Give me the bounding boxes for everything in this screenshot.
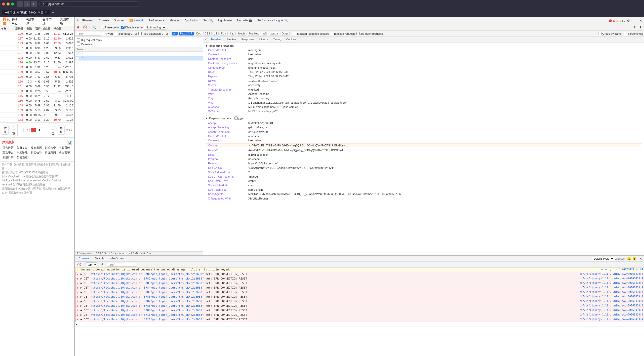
nav-a-shares[interactable]: A股市场 [24,17,36,26]
error-link-1[interactable]: https://localhost.10jqka.com.cn:8781/get… [91,272,204,276]
prev-page-button[interactable]: 上一页 [10,124,18,136]
error-link-4[interactable]: https://localhost.10jqka.com.cn:8784/get… [91,286,204,289]
screenshots-input[interactable] [624,32,627,35]
filter-js-button[interactable]: JS [213,32,219,35]
error-source-8[interactable]: cb7/js/zjquery-1.11....min.js&v=20160419… [579,304,643,307]
maximize-traffic-light[interactable] [11,3,14,6]
active-tab[interactable]: A股市场_同花顺行情中心_周三 ✕ [2,10,50,15]
tab-initiator[interactable]: Initiator [256,37,270,42]
devtools-more-button[interactable]: ⋮ [632,18,637,23]
tab-timing[interactable]: Timing [270,37,284,42]
tab-memory[interactable]: Memory [167,17,182,24]
filter-fetch-xhr-button[interactable]: Fetch/XHR [179,32,194,35]
page-3-button[interactable]: 3 [31,128,36,132]
table-row[interactable]: 0.990.003.570.5710.868062.07 [0,70,74,74]
3rd-party-checkbox[interactable]: 3rd-party requests [356,32,383,35]
tab-elements[interactable]: Elements [80,17,96,24]
3rd-party-input[interactable] [356,32,360,35]
link-daily-review[interactable]: 每日复盘 [15,145,29,150]
tab-performance[interactable]: Performance [146,17,167,24]
filter-manifest-button[interactable]: Manifest [248,32,260,35]
filter-img-button[interactable]: Img [229,32,236,35]
filter-font-button[interactable]: Font [220,32,228,35]
tab-console[interactable]: Console [96,17,111,24]
tab-sources[interactable]: Sources [111,17,127,24]
disable-cache-checkbox[interactable]: Disable cache [121,26,143,29]
devtools-settings-button[interactable]: ⚙ [626,18,631,23]
tab-security[interactable]: Security [200,17,216,24]
import-button[interactable]: ⬆ [632,25,637,30]
link-buy-sell[interactable]: 买卖信号 [29,150,43,155]
error-source-2[interactable]: cb7/js/zjquery-1.11....min.js&v=20160419… [579,277,643,280]
overview-option[interactable]: Overview [77,42,201,46]
error-source-9[interactable]: cb7/js/zjquery-1.11....min.js&v=20160419… [579,309,643,311]
table-row[interactable]: 1.000.007.472.536.338.70Z [0,74,74,79]
request-headers-arrow[interactable]: ▼ [205,117,208,120]
preserve-log-input[interactable] [101,26,104,29]
invert-input[interactable] [102,32,105,35]
console-filter-input[interactable] [107,263,137,267]
hide-data-urls-checkbox[interactable]: Hide data URLs [114,32,138,35]
reload-button[interactable]: ↻ [31,1,37,7]
filter-doc-button[interactable]: Doc [195,32,203,35]
filter-ws-button[interactable]: WS [261,32,268,35]
console-tab[interactable]: Console [76,256,92,261]
record-button[interactable]: ⏺ [76,25,81,30]
blocked-requests-checkbox[interactable]: Blocked requests [330,32,355,35]
eye-icon-button[interactable]: 👁 [100,262,106,267]
console-close-button[interactable]: ✕ [638,256,643,261]
filter-other-button[interactable]: Other [280,32,290,35]
error-source-10[interactable]: cb7/js/zjquery-1.11....min.js&v=20160419… [579,313,643,316]
blocked-requests-input[interactable] [330,32,333,35]
error-source-3[interactable]: cb7/js/zjquery-1.11....min.js&v=20160419… [579,282,643,284]
close-traffic-light[interactable] [2,3,5,6]
link-finance[interactable]: 财经大全 [43,145,57,150]
first-page-button[interactable]: 首页 [2,126,9,135]
request-item-2[interactable]: 📄 1/ [75,56,203,61]
table-row[interactable]: 1.160.000.240.17—2454.5 [0,94,74,98]
filter-css-button[interactable]: CSS [203,32,212,35]
page-2-button[interactable]: 2 [25,128,30,132]
console-context-select[interactable]: top [86,262,97,267]
table-row[interactable]: 0.170.0011.621.1012.501.62Z [0,36,74,41]
error-link-3[interactable]: https://localhost.10jqka.com.cn:8783/get… [91,282,204,285]
error-link-9[interactable]: https://localhost.10jqka.com.cn:8789/get… [91,309,204,312]
tab-perf-insights[interactable]: Performance insights 🔍 [255,17,290,24]
forward-button[interactable]: › [24,1,30,7]
address-bar[interactable]: q.10jqka.com.cn [39,1,140,7]
table-row[interactable]: 1.76-0.1013.021.1511.602.99Z [0,60,74,65]
link-half-must-read[interactable]: 半数必读 [57,145,71,150]
throttling-select[interactable]: No throttling [144,25,166,30]
error-source-6[interactable]: cb7/js/zjquery-1.11....min.js&v=20160419… [579,295,643,298]
page-1-button[interactable]: 1 [19,128,24,132]
big-request-rows-input[interactable] [77,38,80,42]
page-4-button[interactable]: 4 [37,128,42,132]
console-level-select[interactable]: Default levels [592,257,614,261]
filter-wasm-button[interactable]: Wasm [269,32,279,35]
screenshots-checkbox[interactable]: Screenshots [624,32,643,35]
filter-input[interactable] [76,32,101,36]
filter-media-button[interactable]: Media [237,32,247,35]
error-link-5[interactable]: https://localhost.10jqka.com.cn:8785/get… [91,291,204,294]
big-request-rows-option[interactable]: Big request rows [77,38,201,42]
whats-new-tab[interactable]: What's new [107,256,127,261]
link-platform[interactable]: 互动平台 [1,150,15,155]
error-link-10[interactable]: https://localhost.10jqka.com.cn:8710/get… [91,313,204,317]
filter-all-button[interactable]: All [172,32,178,35]
next-page-button[interactable]: 下一页 [49,124,57,136]
nav-hk[interactable]: 香港市场 [41,17,54,26]
preserve-log-checkbox[interactable]: Preserve log [101,26,120,29]
raw-checkbox[interactable] [234,116,238,120]
tab-cookies[interactable]: Cookies [284,37,299,42]
new-tab-button[interactable]: + [50,10,56,15]
warning-source[interactable]: weborigin:v.3.20170809.js:24 [600,268,643,271]
tab-preview[interactable]: Preview [224,37,239,42]
table-row[interactable]: 0.290.001.880.9311.236113.25 [0,31,74,36]
nav-us[interactable]: 美国市场 [58,17,71,26]
blocked-cookies-checkbox[interactable]: Blocked response cookies [293,32,329,35]
table-row[interactable]: 1.630.005.890.9511.692.12Z [0,103,74,108]
clear-button[interactable]: 🚫 [82,25,88,30]
raw-checkbox-label[interactable]: Raw [234,116,244,120]
blocked-cookies-input[interactable] [293,32,296,35]
link-live-news[interactable]: 实况新闻 [43,150,57,155]
